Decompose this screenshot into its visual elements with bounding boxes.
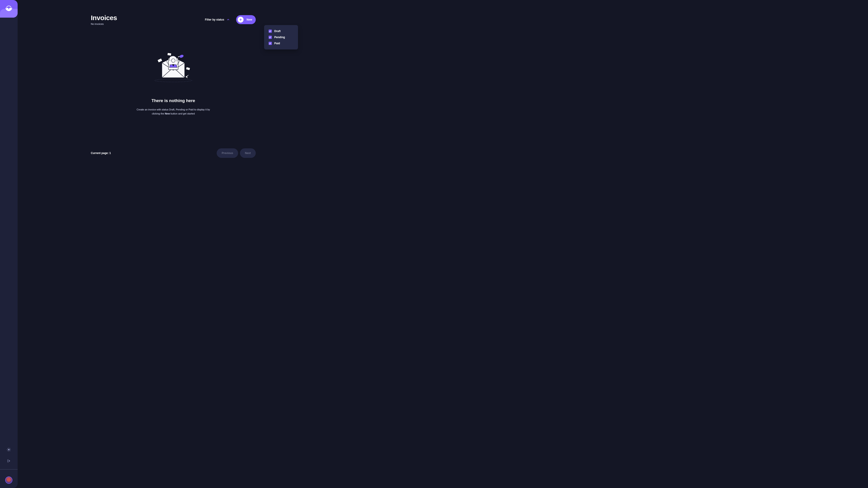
pagination: Current page: 1 Previous Next (91, 149, 256, 158)
filter-option-draft[interactable]: Draft (269, 30, 293, 33)
logo[interactable] (0, 0, 18, 18)
svg-rect-7 (157, 58, 162, 63)
checkbox-draft[interactable] (269, 30, 272, 33)
empty-title: There is nothing here (151, 98, 195, 103)
logo-icon (5, 5, 12, 12)
page-indicator: Current page: 1 (91, 152, 111, 155)
svg-rect-9 (186, 67, 190, 70)
filter-option-pending[interactable]: Pending (269, 36, 293, 39)
page-subtitle: No invoices (91, 23, 117, 25)
page-title: Invoices (91, 14, 117, 22)
previous-button[interactable]: Previous (217, 149, 238, 158)
filter-option-label: Paid (274, 42, 280, 45)
filter-option-label: Draft (274, 30, 281, 33)
sidebar (0, 0, 18, 185)
svg-point-2 (155, 79, 192, 82)
empty-illustration (151, 47, 196, 86)
check-icon (269, 31, 271, 32)
page-header: Invoices No invoices Filter by status Ne… (91, 14, 256, 25)
svg-point-5 (172, 59, 175, 63)
new-button-label: New (246, 18, 252, 21)
check-icon (269, 37, 271, 38)
checkbox-pending[interactable] (269, 36, 272, 39)
check-icon (269, 43, 271, 44)
chevron-down-icon (227, 19, 229, 20)
empty-text: Create an invoice with status Draft, Pen… (135, 108, 212, 116)
checkbox-paid[interactable] (269, 42, 272, 45)
filter-option-paid[interactable]: Paid (269, 42, 293, 45)
empty-state: There is nothing here Create an invoice … (91, 47, 256, 116)
filter-dropdown: Draft Pending Paid (264, 25, 298, 50)
plus-icon (238, 17, 244, 23)
next-button[interactable]: Next (240, 149, 256, 158)
filter-label: Filter by status (205, 18, 224, 21)
new-invoice-button[interactable]: New (236, 15, 256, 24)
main-content: Invoices No invoices Filter by status Ne… (18, 0, 329, 185)
filter-trigger[interactable]: Filter by status (205, 18, 229, 21)
filter-option-label: Pending (274, 36, 285, 39)
svg-rect-8 (167, 53, 172, 56)
